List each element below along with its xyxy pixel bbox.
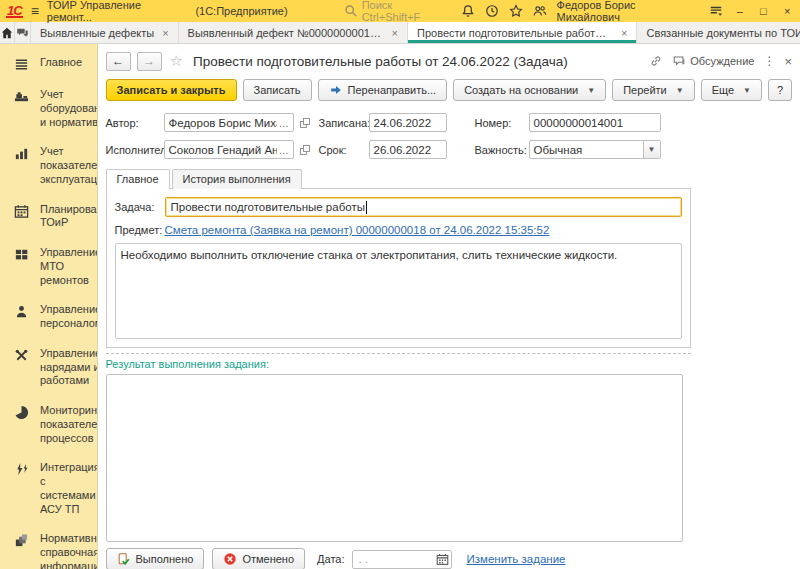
executor-field[interactable]: Соколов Генадий Анат ... <box>164 140 294 159</box>
window-tab-label: Выявленные дефекты <box>40 27 154 39</box>
author-field[interactable]: Федоров Борис Михайл ... <box>164 113 294 132</box>
home-icon <box>0 26 14 40</box>
favorites-star-icon[interactable] <box>509 4 523 18</box>
goto-label: Перейти <box>623 84 667 96</box>
person-icon <box>12 303 30 331</box>
done-clipboard-icon <box>117 552 131 566</box>
cancelled-button[interactable]: Отменено <box>212 548 305 569</box>
sidebar-item[interactable]: Нормативно-справочная информация <box>0 524 97 569</box>
save-and-close-button[interactable]: Записать и закрыть <box>106 79 237 101</box>
tab-main[interactable]: Главное <box>106 169 170 189</box>
tools-icon <box>12 347 30 388</box>
get-link-icon[interactable] <box>649 54 663 68</box>
create-based-on-button[interactable]: Создать на основании▼ <box>453 79 606 101</box>
more-button[interactable]: Еще▼ <box>701 79 762 101</box>
home-button[interactable] <box>0 22 15 43</box>
user-menu-icon[interactable] <box>709 4 723 18</box>
window-tab[interactable]: Связанные документы по ТОИР× <box>637 22 800 43</box>
sidebar-item[interactable]: Планирование ТОиР <box>0 195 97 239</box>
result-textarea[interactable] <box>106 374 683 542</box>
calendar-icon[interactable] <box>433 551 451 568</box>
number-value: 00000000014001 <box>534 117 624 129</box>
forward-button[interactable]: → <box>137 52 162 71</box>
executor-open-icon[interactable] <box>297 144 313 156</box>
maximize-button[interactable]: □ <box>757 5 771 17</box>
back-button[interactable]: ← <box>106 52 131 71</box>
sidebar-item[interactable]: Учет оборудования и нормативов <box>0 80 97 137</box>
close-document-icon[interactable]: × <box>784 54 792 69</box>
task-description-textarea[interactable]: Необходимо выполнить отключение станка о… <box>115 243 682 339</box>
importance-select[interactable]: Обычная ▼ <box>529 140 661 159</box>
redirect-button[interactable]: Перенаправить... <box>318 79 448 101</box>
main-menu-icon[interactable]: ≡ <box>31 4 39 18</box>
app-title: ТОИР Управление ремонт... <box>47 0 188 23</box>
close-window-button[interactable]: × <box>780 5 794 17</box>
sidebar-item[interactable]: Мониторинг показателей процессов <box>0 396 97 453</box>
sidebar-item-label: Планирование ТОиР <box>40 203 98 231</box>
author-open-icon[interactable] <box>297 117 313 129</box>
window-tab-label: Связанные документы по ТОИР <box>646 27 800 39</box>
main-panel: ← → ☆ Провести подготовительные работы о… <box>98 44 800 569</box>
favorite-star-icon[interactable]: ☆ <box>170 52 183 70</box>
create-based-on-label: Создать на основании <box>464 84 578 96</box>
discussions-button[interactable] <box>15 22 31 43</box>
1c-logo: 1С <box>6 5 23 18</box>
sidebar-item-label: Управление МТО ремонтов <box>40 246 98 287</box>
tab-strip: Выявленные дефекты×Выявленный дефект №00… <box>31 22 800 43</box>
due-value: 26.06.2022 <box>374 144 432 156</box>
done-button[interactable]: Выполнено <box>106 548 205 569</box>
more-label: Еще <box>712 84 734 96</box>
section-separator <box>106 353 691 354</box>
global-search[interactable]: Поиск Ctrl+Shift+F <box>344 0 453 23</box>
pie-chart-icon <box>12 404 30 445</box>
sidebar-item-label: Учет оборудования и нормативов <box>40 88 98 129</box>
importance-label: Важность: <box>475 144 529 156</box>
author-label: Автор: <box>106 117 164 129</box>
window-tab[interactable]: Провести подготовительные работы от 24.0… <box>408 22 637 43</box>
help-button[interactable]: ? <box>768 79 792 101</box>
recorded-label: Записана: <box>319 117 369 129</box>
sidebar-item[interactable]: Интеграция с системами АСУ ТП <box>0 453 97 524</box>
close-tab-icon[interactable]: × <box>162 27 168 39</box>
result-label: Результат выполнения задания: <box>106 358 793 370</box>
date-placeholder: . . <box>353 553 433 565</box>
notifications-bell-icon[interactable] <box>461 4 475 18</box>
header-fields: Автор: Федоров Борис Михайл ... Записана… <box>106 113 793 159</box>
task-input[interactable]: Провести подготовительные работы <box>165 197 682 217</box>
machine-icon <box>12 88 30 129</box>
sidebar-item[interactable]: Управление МТО ремонтов <box>0 238 97 295</box>
cancelled-icon <box>223 552 237 566</box>
date-label: Дата: <box>317 553 344 565</box>
goto-button[interactable]: Перейти▼ <box>612 79 695 101</box>
minimize-button[interactable]: – <box>733 5 747 17</box>
sidebar-item[interactable]: Учет показателей эксплуатации <box>0 137 97 194</box>
history-clock-icon[interactable] <box>485 4 499 18</box>
users-icon[interactable] <box>533 4 547 18</box>
author-choose-button[interactable]: ... <box>279 117 289 129</box>
sidebar-item-label: Управление персоналом <box>40 303 98 331</box>
discussion-button[interactable]: Обсуждение <box>672 54 754 68</box>
tab-history[interactable]: История выполнения <box>172 169 302 189</box>
edit-task-link[interactable]: Изменить задание <box>466 553 565 565</box>
recorded-value: 24.06.2022 <box>374 117 432 129</box>
sidebar-item[interactable]: Главное <box>0 48 97 80</box>
executor-choose-button[interactable]: ... <box>279 144 289 156</box>
window-tab[interactable]: Выявленный дефект №00000000013 от 24.0..… <box>179 22 408 43</box>
command-bar: Записать и закрыть Записать Перенаправит… <box>106 79 793 101</box>
text-caret <box>366 201 367 214</box>
due-field[interactable]: 26.06.2022 <box>369 140 447 159</box>
recorded-field[interactable]: 24.06.2022 <box>369 113 447 132</box>
window-tab[interactable]: Выявленные дефекты× <box>31 22 179 43</box>
close-tab-icon[interactable]: × <box>621 27 627 39</box>
date-field[interactable]: . . <box>352 550 452 569</box>
sidebar-item[interactable]: Управление нарядами и работами <box>0 339 97 396</box>
subject-label: Предмет: <box>115 224 165 236</box>
save-button[interactable]: Записать <box>243 79 312 101</box>
close-tab-icon[interactable]: × <box>392 27 398 39</box>
importance-dropdown-icon[interactable]: ▼ <box>643 141 660 158</box>
subject-link[interactable]: Смета ремонта (Заявка на ремонт) 0000000… <box>165 224 550 236</box>
current-user-name[interactable]: Федоров Борис Михайлович <box>557 0 699 23</box>
more-menu-icon[interactable]: ⋮ <box>763 54 775 68</box>
number-field[interactable]: 00000000014001 <box>529 113 661 132</box>
sidebar-item[interactable]: Управление персоналом <box>0 295 97 339</box>
